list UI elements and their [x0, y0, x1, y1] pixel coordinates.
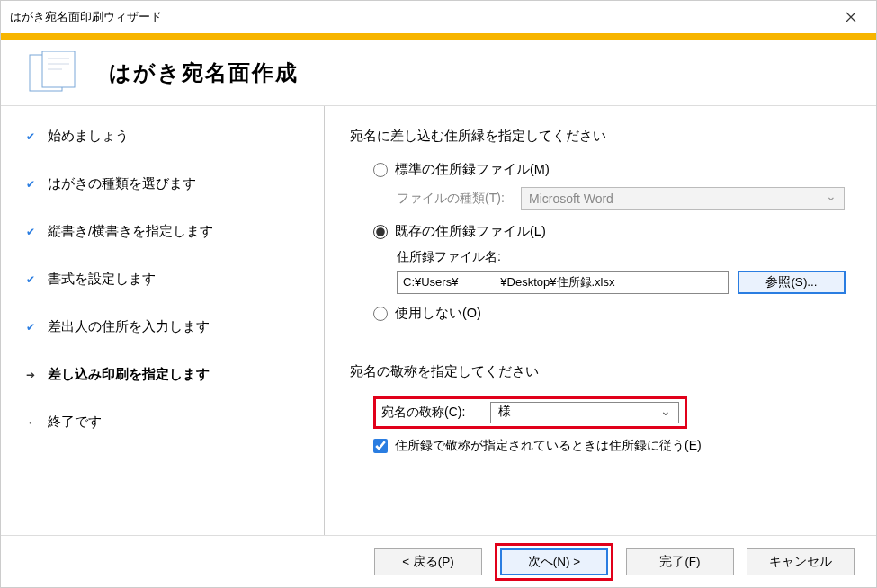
filetype-row: ファイルの種類(T): Microsoft Word — [397, 187, 846, 210]
filetype-label: ファイルの種類(T): — [397, 191, 505, 207]
filename-row: 参照(S)... — [397, 271, 846, 294]
honorific-combo[interactable]: 様 — [490, 402, 679, 423]
content-pane: 宛名に差し込む住所緑を指定してください 標準の住所録ファイル(M) ファイルの種… — [325, 106, 876, 535]
radio-existing[interactable]: 既存の住所録ファイル(L) — [373, 223, 846, 240]
step-finish: ● 終了です — [26, 414, 299, 431]
close-icon — [846, 12, 856, 22]
step-label: はがきの種類を選びます — [48, 175, 196, 192]
check-icon: ✔ — [26, 321, 48, 334]
radio-standard[interactable]: 標準の住所録ファイル(M) — [373, 161, 846, 178]
step-label: 差出人の住所を入力します — [48, 318, 210, 335]
filename-input[interactable] — [397, 271, 729, 294]
step-type: ✔ はがきの種類を選びます — [26, 175, 299, 192]
window-title: はがき宛名面印刷ウィザード — [10, 9, 833, 25]
step-mailmerge: ➔ 差し込み印刷を指定します — [26, 366, 299, 383]
honorific-value: 様 — [498, 404, 511, 418]
radio-existing-label: 既存の住所録ファイル(L) — [395, 223, 546, 240]
address-source-group: 標準の住所録ファイル(M) ファイルの種類(T): Microsoft Word… — [350, 161, 846, 322]
close-button[interactable] — [833, 4, 869, 30]
section1-heading: 宛名に差し込む住所緑を指定してください — [350, 128, 846, 145]
section2: 宛名の敬称を指定してください 宛名の敬称(C): 様 住所録で敬称が指定されてい… — [350, 363, 846, 454]
filename-label: 住所録ファイル名: — [397, 249, 846, 265]
page-title: はがき宛名面作成 — [109, 58, 299, 87]
postcard-icon — [22, 48, 80, 98]
next-button[interactable]: 次へ(N) > — [500, 548, 608, 575]
follow-addressbook-label: 住所録で敬称が指定されているときは住所録に従う(E) — [395, 438, 702, 454]
step-label: 縦書き/横書きを指定します — [48, 223, 213, 240]
radio-standard-input[interactable] — [373, 163, 388, 177]
follow-addressbook-checkbox[interactable] — [373, 439, 388, 453]
step-format: ✔ 書式を設定します — [26, 271, 299, 288]
step-label: 書式を設定します — [48, 271, 156, 288]
check-icon: ✔ — [26, 226, 48, 238]
radio-none-label: 使用しない(O) — [395, 305, 481, 322]
radio-none-input[interactable] — [373, 307, 388, 321]
radio-none[interactable]: 使用しない(O) — [373, 305, 846, 322]
section2-heading: 宛名の敬称を指定してください — [350, 363, 846, 380]
step-label: 差し込み印刷を指定します — [48, 366, 210, 383]
wizard-window: はがき宛名面印刷ウィザード はがき宛名面作成 ✔ 始めましょう ✔ — [0, 0, 877, 588]
step-start: ✔ 始めましょう — [26, 128, 299, 145]
step-label: 終了です — [48, 414, 102, 431]
cancel-button[interactable]: キャンセル — [747, 548, 855, 575]
step-label: 始めましょう — [48, 128, 129, 145]
filetype-value: Microsoft Word — [529, 192, 613, 206]
next-highlight: 次へ(N) > — [495, 543, 613, 581]
step-sender: ✔ 差出人の住所を入力します — [26, 318, 299, 335]
honorific-label: 宛名の敬称(C): — [381, 405, 465, 421]
honorific-highlight: 宛名の敬称(C): 様 — [373, 396, 687, 429]
check-icon: ✔ — [26, 130, 48, 143]
radio-existing-input[interactable] — [373, 225, 388, 239]
footer-buttons: < 戻る(P) 次へ(N) > 完了(F) キャンセル — [1, 535, 876, 587]
back-button[interactable]: < 戻る(P) — [374, 548, 482, 575]
header-banner: はがき宛名面作成 — [1, 33, 876, 105]
finish-button[interactable]: 完了(F) — [626, 548, 734, 575]
arrow-icon: ➔ — [26, 369, 48, 381]
title-bar: はがき宛名面印刷ウィザード — [1, 1, 876, 33]
check-icon: ✔ — [26, 273, 48, 286]
step-orientation: ✔ 縦書き/横書きを指定します — [26, 223, 299, 240]
radio-standard-label: 標準の住所録ファイル(M) — [395, 161, 550, 178]
wizard-body: ✔ 始めましょう ✔ はがきの種類を選びます ✔ 縦書き/横書きを指定します ✔… — [1, 105, 876, 535]
browse-button[interactable]: 参照(S)... — [738, 271, 846, 294]
steps-sidebar: ✔ 始めましょう ✔ はがきの種類を選びます ✔ 縦書き/横書きを指定します ✔… — [1, 106, 325, 535]
filetype-combo: Microsoft Word — [521, 187, 845, 210]
follow-addressbook-check[interactable]: 住所録で敬称が指定されているときは住所録に従う(E) — [373, 438, 846, 454]
dot-icon: ● — [26, 420, 48, 425]
check-icon: ✔ — [26, 178, 48, 191]
